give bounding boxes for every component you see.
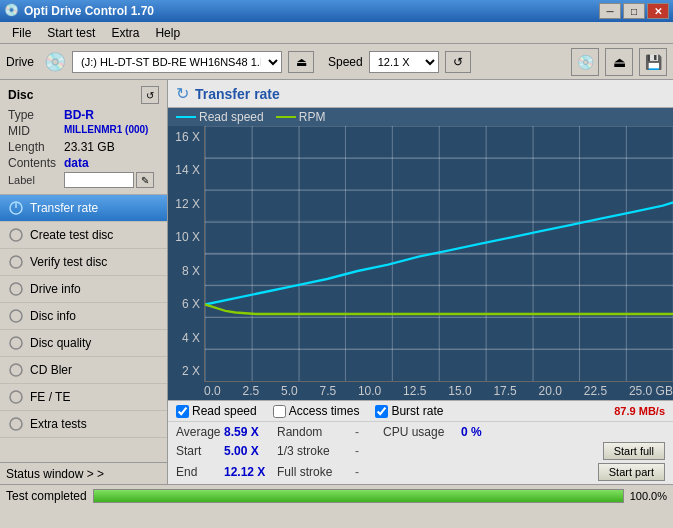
nav-cd-bler-label: CD Bler bbox=[30, 363, 72, 377]
access-times-checkbox-label[interactable]: Access times bbox=[273, 404, 360, 418]
type-value: BD-R bbox=[64, 108, 94, 122]
status-window-label: Status window > > bbox=[6, 467, 104, 481]
svg-point-4 bbox=[10, 310, 22, 322]
speed-select[interactable]: 12.1 X8 X6 X4 X2 XMax bbox=[369, 51, 439, 73]
eject-icon-btn[interactable]: ⏏ bbox=[605, 48, 633, 76]
status-window-button[interactable]: Status window > > bbox=[0, 462, 167, 484]
x-7-5: 7.5 bbox=[319, 384, 336, 398]
progress-percent: 100.0% bbox=[630, 490, 667, 502]
label-edit-button[interactable]: ✎ bbox=[136, 172, 154, 188]
refresh-button[interactable]: ↺ bbox=[445, 51, 471, 73]
app-icon: 💿 bbox=[4, 3, 20, 19]
nav-extra-tests[interactable]: Extra tests bbox=[0, 411, 167, 438]
drive-info-icon bbox=[8, 281, 24, 297]
save-icon-btn[interactable]: 💾 bbox=[639, 48, 667, 76]
cpu-value: 0 % bbox=[461, 425, 482, 439]
svg-point-6 bbox=[10, 364, 22, 376]
x-0: 0.0 bbox=[204, 384, 221, 398]
label-input[interactable] bbox=[64, 172, 134, 188]
sidebar: Disc ↺ Type BD-R MID MILLENMR1 (000) Len… bbox=[0, 80, 168, 484]
access-times-cb-label: Access times bbox=[289, 404, 360, 418]
disc-icon-btn[interactable]: 💿 bbox=[571, 48, 599, 76]
disc-panel-title: Disc bbox=[8, 88, 33, 102]
stats-row-2: Start 5.00 X 1/3 stroke - Start full bbox=[176, 442, 665, 460]
progress-bar bbox=[93, 489, 624, 503]
svg-point-7 bbox=[10, 391, 22, 403]
extra-tests-icon bbox=[8, 416, 24, 432]
nav-disc-quality-label: Disc quality bbox=[30, 336, 91, 350]
stats-row-3: End 12.12 X Full stroke - Start part bbox=[176, 463, 665, 481]
nav-cd-bler[interactable]: CD Bler bbox=[0, 357, 167, 384]
test-bar: Test completed 100.0% bbox=[0, 484, 673, 506]
menu-extra[interactable]: Extra bbox=[103, 24, 147, 42]
x-25: 25.0 GB bbox=[629, 384, 673, 398]
nav-items: Transfer rate Create test disc Verify te… bbox=[0, 195, 167, 462]
stats-area: Read speed Access times Burst rate 87.9 … bbox=[168, 400, 673, 484]
stroke13-value: - bbox=[355, 444, 375, 458]
y-10: 10 X bbox=[175, 230, 200, 244]
checkboxes-row: Read speed Access times Burst rate 87.9 … bbox=[168, 401, 673, 422]
read-speed-checkbox[interactable] bbox=[176, 405, 189, 418]
drive-label: Drive bbox=[6, 55, 34, 69]
contents-label: Contents bbox=[8, 156, 64, 170]
nav-transfer-rate[interactable]: Transfer rate bbox=[0, 195, 167, 222]
nav-create-test-disc-label: Create test disc bbox=[30, 228, 113, 242]
svg-point-2 bbox=[10, 256, 22, 268]
svg-point-1 bbox=[10, 229, 22, 241]
x-axis: 0.0 2.5 5.0 7.5 10.0 12.5 15.0 17.5 20.0… bbox=[168, 382, 673, 400]
menu-help[interactable]: Help bbox=[147, 24, 188, 42]
nav-create-test-disc[interactable]: Create test disc bbox=[0, 222, 167, 249]
fe-te-icon bbox=[8, 389, 24, 405]
nav-disc-info[interactable]: Disc info bbox=[0, 303, 167, 330]
menu-start-test[interactable]: Start test bbox=[39, 24, 103, 42]
access-times-checkbox[interactable] bbox=[273, 405, 286, 418]
read-speed-color bbox=[176, 116, 196, 118]
x-2-5: 2.5 bbox=[242, 384, 259, 398]
speed-label: Speed bbox=[328, 55, 363, 69]
burst-rate-checkbox[interactable] bbox=[375, 405, 388, 418]
close-button[interactable]: ✕ bbox=[647, 3, 669, 19]
x-17-5: 17.5 bbox=[493, 384, 516, 398]
chart-inner bbox=[204, 126, 673, 382]
drive-select[interactable]: (J:) HL-DT-ST BD-RE WH16NS48 1.D3 bbox=[72, 51, 282, 73]
y-8: 8 X bbox=[182, 264, 200, 278]
burst-rate-cb-label: Burst rate bbox=[391, 404, 443, 418]
eject-button[interactable]: ⏏ bbox=[288, 51, 314, 73]
disc-refresh-button[interactable]: ↺ bbox=[141, 86, 159, 104]
menu-bar: File Start test Extra Help bbox=[0, 22, 673, 44]
nav-disc-info-label: Disc info bbox=[30, 309, 76, 323]
legend-rpm: RPM bbox=[276, 110, 326, 124]
random-value: - bbox=[355, 425, 375, 439]
transfer-rate-icon-header: ↻ bbox=[176, 84, 189, 103]
burst-rate-checkbox-label[interactable]: Burst rate bbox=[375, 404, 443, 418]
disc-icon: 💿 bbox=[44, 51, 66, 73]
mid-value: MILLENMR1 (000) bbox=[64, 124, 148, 138]
nav-verify-test-disc-label: Verify test disc bbox=[30, 255, 107, 269]
verify-test-disc-icon bbox=[8, 254, 24, 270]
nav-verify-test-disc[interactable]: Verify test disc bbox=[0, 249, 167, 276]
transfer-rate-header: ↻ Transfer rate bbox=[168, 80, 673, 108]
contents-value: data bbox=[64, 156, 89, 170]
read-speed-checkbox-label[interactable]: Read speed bbox=[176, 404, 257, 418]
end-label: End bbox=[176, 465, 216, 479]
x-15: 15.0 bbox=[448, 384, 471, 398]
nav-transfer-rate-label: Transfer rate bbox=[30, 201, 98, 215]
full-stroke-value: - bbox=[355, 465, 375, 479]
nav-fe-te[interactable]: FE / TE bbox=[0, 384, 167, 411]
start-part-button[interactable]: Start part bbox=[598, 463, 665, 481]
disc-info-panel: Disc ↺ Type BD-R MID MILLENMR1 (000) Len… bbox=[0, 80, 167, 195]
maximize-button[interactable]: □ bbox=[623, 3, 645, 19]
start-full-button[interactable]: Start full bbox=[603, 442, 665, 460]
nav-drive-info[interactable]: Drive info bbox=[0, 276, 167, 303]
cpu-label: CPU usage bbox=[383, 425, 453, 439]
content-area: ↻ Transfer rate Read speed RPM 16 X 14 X… bbox=[168, 80, 673, 484]
x-20: 20.0 bbox=[539, 384, 562, 398]
label-label: Label bbox=[8, 174, 64, 186]
minimize-button[interactable]: ─ bbox=[599, 3, 621, 19]
main-layout: Disc ↺ Type BD-R MID MILLENMR1 (000) Len… bbox=[0, 80, 673, 484]
nav-disc-quality[interactable]: Disc quality bbox=[0, 330, 167, 357]
legend-rpm-label: RPM bbox=[299, 110, 326, 124]
stats-rows: Average 8.59 X Random - CPU usage 0 % St… bbox=[168, 422, 673, 484]
menu-file[interactable]: File bbox=[4, 24, 39, 42]
type-label: Type bbox=[8, 108, 64, 122]
